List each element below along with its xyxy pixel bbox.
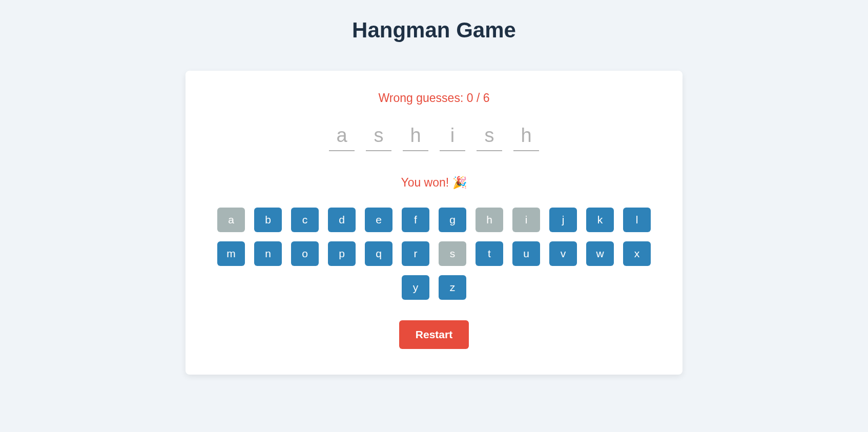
- key-x[interactable]: x: [623, 241, 651, 266]
- key-g[interactable]: g: [439, 208, 466, 232]
- word-letter: h: [513, 126, 539, 151]
- word-letter: s: [477, 126, 502, 151]
- key-h: h: [476, 208, 503, 232]
- key-z[interactable]: z: [439, 275, 466, 300]
- wrong-guesses-max: 6: [483, 91, 490, 105]
- keyboard: abcdefghijklmnopqrstuvwxyz: [211, 208, 657, 300]
- key-o[interactable]: o: [291, 241, 319, 266]
- key-m[interactable]: m: [217, 241, 245, 266]
- word-letter: i: [440, 126, 465, 151]
- key-q[interactable]: q: [365, 241, 392, 266]
- key-w[interactable]: w: [586, 241, 614, 266]
- key-t[interactable]: t: [476, 241, 503, 266]
- key-d[interactable]: d: [328, 208, 356, 232]
- key-c[interactable]: c: [291, 208, 319, 232]
- key-i: i: [512, 208, 540, 232]
- key-f[interactable]: f: [402, 208, 429, 232]
- word-row: ashish: [211, 126, 657, 151]
- key-u[interactable]: u: [512, 241, 540, 266]
- wrong-guesses-label: Wrong guesses:: [379, 91, 467, 105]
- key-a: a: [217, 208, 245, 232]
- wrong-guesses-sep: /: [473, 91, 483, 105]
- key-y[interactable]: y: [402, 275, 429, 300]
- page-title: Hangman Game: [0, 18, 868, 43]
- key-s: s: [439, 241, 466, 266]
- status-message: You won! 🎉: [211, 176, 657, 190]
- wrong-guesses-count: 0: [467, 91, 473, 105]
- key-e[interactable]: e: [365, 208, 392, 232]
- word-letter: s: [366, 126, 391, 151]
- key-l[interactable]: l: [623, 208, 651, 232]
- key-v[interactable]: v: [549, 241, 577, 266]
- key-b[interactable]: b: [254, 208, 282, 232]
- game-card: Wrong guesses: 0 / 6 ashish You won! 🎉 a…: [185, 71, 683, 375]
- key-p[interactable]: p: [328, 241, 356, 266]
- wrong-guesses: Wrong guesses: 0 / 6: [211, 91, 657, 105]
- key-n[interactable]: n: [254, 241, 282, 266]
- key-j[interactable]: j: [549, 208, 577, 232]
- word-letter: a: [329, 126, 355, 151]
- word-letter: h: [403, 126, 428, 151]
- restart-button[interactable]: Restart: [399, 320, 469, 349]
- key-k[interactable]: k: [586, 208, 614, 232]
- key-r[interactable]: r: [402, 241, 429, 266]
